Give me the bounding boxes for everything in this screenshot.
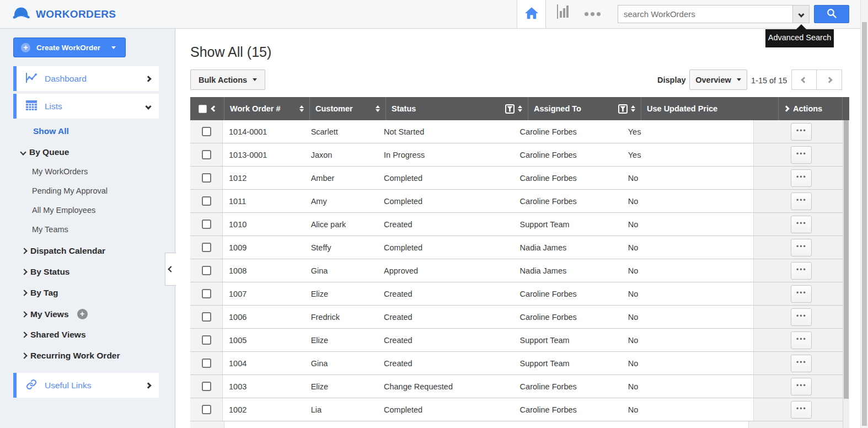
row-select-cell	[190, 329, 223, 351]
next-page-button[interactable]	[817, 69, 842, 90]
row-checkbox[interactable]	[202, 266, 211, 275]
row-checkbox[interactable]	[202, 312, 211, 322]
sidebar-item-my-views[interactable]: My Views +	[22, 309, 88, 319]
sidebar-item-by-tag[interactable]: By Tag	[22, 288, 58, 298]
chevron-left-icon[interactable]	[211, 105, 217, 111]
table-row: 1006 Fredrick Created Caroline Forbes No…	[190, 306, 849, 329]
cell-work-order[interactable]: 1004	[223, 352, 305, 374]
advanced-search-dropdown-button[interactable]	[792, 5, 810, 23]
sidebar-item-dispatch-calendar[interactable]: Dispatch Calendar	[22, 246, 105, 256]
row-actions-button[interactable]: •••	[791, 378, 812, 395]
column-header-assigned-to[interactable]: Assigned To	[528, 97, 641, 120]
more-menu-button[interactable]	[585, 12, 601, 16]
sidebar-item-by-status[interactable]: By Status	[22, 267, 70, 277]
sidebar-item-lists[interactable]: Lists	[13, 94, 159, 119]
row-actions-button[interactable]: •••	[791, 262, 812, 280]
cell-work-order[interactable]: 1010	[223, 213, 305, 236]
sidebar-item-shared-views[interactable]: Shared Views	[22, 330, 86, 340]
cell-work-order[interactable]: 1009	[223, 236, 305, 259]
sidebar-item-all-my-employees[interactable]: All My Employees	[32, 206, 95, 215]
lists-label: Lists	[45, 101, 62, 111]
cell-work-order[interactable]: 1012	[223, 167, 305, 189]
column-header-status[interactable]: Status	[386, 97, 528, 120]
sidebar-collapse-handle[interactable]	[165, 253, 176, 286]
row-checkbox[interactable]	[202, 127, 211, 136]
sidebar-item-show-all[interactable]: Show All	[33, 126, 69, 136]
search-button[interactable]	[814, 5, 849, 23]
sort-icon[interactable]	[518, 105, 522, 112]
row-actions-button[interactable]: •••	[791, 192, 812, 210]
row-checkbox[interactable]	[202, 220, 211, 229]
cell-assigned-to: Caroline Forbes	[514, 306, 622, 328]
row-actions-button[interactable]: •••	[791, 401, 812, 419]
row-actions-cell: •••	[753, 143, 849, 166]
reports-button[interactable]	[555, 7, 572, 22]
sidebar: + Create WorkOrder Dashboard Lists	[0, 29, 175, 428]
row-actions-button[interactable]: •••	[791, 239, 812, 256]
create-workorder-button[interactable]: + Create WorkOrder	[13, 38, 126, 57]
home-button[interactable]	[517, 0, 546, 28]
cell-use-updated-price: Yes	[622, 143, 753, 166]
sidebar-item-recurring-work-order[interactable]: Recurring Work Order	[22, 351, 120, 361]
sidebar-item-useful-links[interactable]: Useful Links	[13, 373, 159, 398]
table-row: 1007 Elize Created Caroline Forbes No ••…	[190, 282, 849, 306]
cell-work-order[interactable]: 1006	[223, 306, 305, 328]
sidebar-item-dashboard[interactable]: Dashboard	[13, 66, 159, 91]
search-input[interactable]	[618, 5, 793, 23]
table-row: 1014-0001 Scarlett Not Started Caroline …	[190, 120, 849, 143]
column-header-actions[interactable]: Actions	[779, 97, 843, 120]
row-checkbox[interactable]	[202, 150, 211, 159]
row-select-cell	[190, 282, 223, 305]
row-actions-button[interactable]: •••	[791, 331, 812, 349]
sidebar-item-pending-my-approval[interactable]: Pending My Approval	[32, 186, 108, 195]
chevron-right-icon	[21, 269, 27, 275]
sidebar-item-by-queue[interactable]: By Queue	[21, 147, 69, 157]
page-scrollbar[interactable]	[860, 0, 868, 428]
column-header-work-order[interactable]: Work Order #	[224, 97, 310, 120]
chevron-down-icon	[20, 149, 26, 155]
row-actions-button[interactable]: •••	[791, 355, 812, 372]
row-actions-cell: •••	[753, 190, 849, 212]
cell-work-order[interactable]: 1007	[223, 282, 305, 305]
bulk-actions-button[interactable]: Bulk Actions	[190, 69, 265, 90]
row-actions-button[interactable]: •••	[791, 216, 812, 233]
table-scrollbar-thumb[interactable]	[844, 120, 849, 399]
row-actions-button[interactable]: •••	[791, 308, 812, 326]
select-all-checkbox[interactable]	[199, 105, 207, 113]
sidebar-item-my-teams[interactable]: My Teams	[32, 225, 68, 234]
sidebar-item-my-workorders[interactable]: My WorkOrders	[32, 167, 88, 176]
cell-work-order[interactable]: 1005	[223, 329, 305, 351]
bar-chart-icon	[555, 4, 572, 22]
row-checkbox[interactable]	[202, 382, 211, 391]
cell-customer: Gina	[305, 259, 378, 282]
row-actions-button[interactable]: •••	[791, 285, 812, 303]
row-checkbox[interactable]	[202, 196, 211, 206]
column-header-customer[interactable]: Customer	[310, 97, 386, 120]
cell-use-updated-price: No	[622, 236, 753, 259]
table-scrollbar[interactable]	[843, 120, 849, 428]
row-checkbox[interactable]	[202, 289, 211, 298]
cell-work-order[interactable]: 1003	[223, 375, 305, 398]
cell-work-order[interactable]: 1011	[223, 190, 305, 212]
sort-icon[interactable]	[376, 105, 380, 112]
row-actions-button[interactable]: •••	[791, 123, 812, 141]
row-actions-button[interactable]: •••	[791, 169, 812, 187]
cell-work-order[interactable]: 1002	[223, 398, 305, 421]
prev-page-button[interactable]	[791, 69, 817, 90]
row-checkbox[interactable]	[202, 405, 211, 414]
cell-work-order[interactable]: 1008	[223, 259, 305, 282]
sort-icon[interactable]	[631, 105, 635, 112]
add-view-button[interactable]: +	[77, 309, 88, 319]
row-actions-button[interactable]: •••	[791, 146, 812, 164]
sort-icon[interactable]	[299, 105, 304, 112]
page-scrollbar-thumb[interactable]	[862, 22, 867, 426]
cell-work-order[interactable]: 1013-0001	[223, 143, 305, 166]
filter-icon[interactable]	[505, 104, 515, 114]
display-mode-select[interactable]: Overview	[689, 69, 747, 90]
filter-icon[interactable]	[618, 104, 628, 114]
row-checkbox[interactable]	[202, 243, 211, 252]
cell-work-order[interactable]: 1014-0001	[223, 120, 305, 143]
row-checkbox[interactable]	[202, 173, 211, 183]
row-checkbox[interactable]	[202, 335, 211, 345]
row-checkbox[interactable]	[202, 359, 211, 368]
